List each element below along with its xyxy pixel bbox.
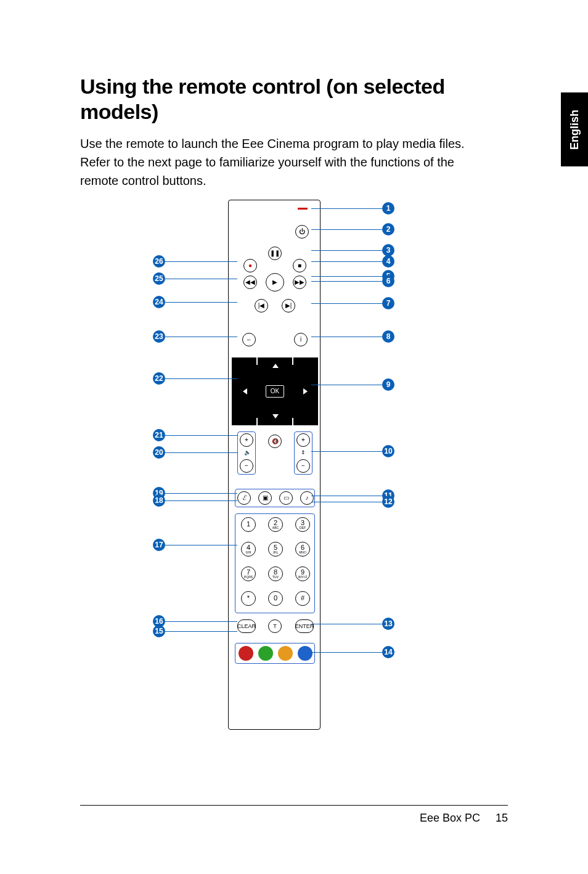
play-button: ▶ — [266, 273, 284, 292]
back-button: ← — [242, 333, 256, 346]
leader-line — [311, 208, 382, 209]
rewind-button: ◀◀ — [243, 276, 257, 289]
leader-line — [311, 385, 382, 385]
callout-2: 2 — [382, 223, 394, 235]
leader-line — [165, 452, 237, 453]
leader-line — [311, 276, 382, 277]
keypad-2: 2ABC — [268, 517, 283, 532]
callout-21: 21 — [153, 429, 165, 441]
leader-line — [165, 261, 237, 262]
leader-line — [165, 302, 237, 303]
red-button — [239, 646, 253, 661]
info-button: i — [294, 333, 308, 346]
keypad-6: 6MNO — [295, 542, 310, 557]
eee-button: ℰ — [237, 491, 251, 505]
remote-body: ⏻ ❚❚ ● ■ ▶ ◀◀ ▶▶ |◀ ▶| ← i OK — [228, 200, 321, 730]
navigation-pad: OK — [232, 357, 318, 425]
ok-button: OK — [266, 385, 284, 398]
callout-15: 15 — [153, 625, 165, 637]
callout-3: 3 — [382, 244, 394, 256]
page-footer: Eee Box PC 15 — [80, 805, 508, 825]
callout-8: 8 — [382, 330, 394, 343]
callout-9: 9 — [382, 378, 394, 391]
leader-line — [311, 303, 382, 304]
record-button: ● — [243, 259, 257, 272]
up-arrow-icon — [272, 364, 279, 368]
keypad-7: 7PQRS — [241, 566, 256, 581]
volume-down-button: − — [240, 459, 253, 473]
leader-line — [165, 621, 237, 622]
fastforward-button: ▶▶ — [293, 276, 306, 289]
callout-12: 12 — [382, 496, 394, 508]
pause-button: ❚❚ — [268, 247, 282, 260]
callout-10: 10 — [382, 445, 394, 457]
leader-line — [311, 652, 382, 653]
photo-button: ▣ — [258, 491, 272, 505]
keypad-5: 5JKL — [268, 542, 283, 557]
callout-7: 7 — [382, 297, 394, 309]
mute-button: 🔇 — [268, 435, 282, 448]
callout-4: 4 — [382, 255, 394, 268]
page-number: 15 — [496, 812, 508, 824]
volume-icon: 🔈 — [244, 449, 251, 455]
leader-line — [165, 493, 237, 494]
language-tab: English — [561, 92, 588, 166]
leader-line — [165, 378, 237, 379]
keypad-#: # — [295, 591, 310, 606]
enter-button: ENTER — [295, 619, 314, 633]
language-tab-label: English — [568, 109, 581, 149]
keypad-8: 8TUV — [268, 566, 283, 581]
teletext-button: T — [268, 619, 282, 633]
callout-23: 23 — [153, 330, 165, 343]
leader-line — [165, 631, 237, 632]
channel-down-button: − — [296, 459, 310, 473]
channel-up-button: + — [296, 433, 310, 447]
keypad-9: 9WXYZ — [295, 566, 310, 581]
video-button: ▭ — [279, 491, 293, 505]
power-button: ⏻ — [295, 225, 309, 239]
keypad-4: 4GHI — [241, 542, 256, 557]
callout-18: 18 — [153, 494, 165, 507]
leader-line — [311, 229, 382, 230]
callout-17: 17 — [153, 539, 165, 551]
leader-line — [165, 279, 237, 279]
next-button: ▶| — [282, 299, 295, 312]
channel-icon: ⇕ — [301, 449, 306, 455]
green-button — [258, 646, 273, 661]
remote-figure: ⏻ ❚❚ ● ■ ▶ ◀◀ ▶▶ |◀ ▶| ← i OK — [80, 200, 512, 742]
clear-button: CLEAR — [237, 619, 256, 633]
callout-14: 14 — [382, 646, 394, 658]
leader-line — [165, 500, 237, 501]
leader-line — [311, 250, 382, 251]
down-arrow-icon — [272, 414, 279, 419]
leader-line — [311, 502, 382, 502]
callout-6: 6 — [382, 275, 394, 287]
page-title: Using the remote control (on selected mo… — [80, 74, 508, 125]
callout-13: 13 — [382, 618, 394, 630]
keypad-3: 3DEF — [295, 517, 310, 532]
music-button: ♪ — [300, 491, 314, 505]
left-arrow-icon — [243, 388, 247, 394]
leader-line — [311, 624, 382, 624]
callout-26: 26 — [153, 255, 165, 268]
callout-25: 25 — [153, 272, 165, 285]
leader-line — [311, 281, 382, 282]
leader-line — [165, 435, 237, 436]
yellow-button — [278, 646, 293, 661]
keypad-*: * — [241, 591, 256, 606]
leader-line — [311, 261, 382, 262]
intro-text: Use the remote to launch the Eee Cinema … — [80, 134, 475, 190]
leader-line — [311, 496, 382, 496]
leader-line — [165, 545, 237, 545]
stop-button: ■ — [293, 259, 306, 272]
leader-line — [165, 337, 237, 337]
volume-up-button: + — [240, 433, 253, 447]
ir-led — [298, 208, 308, 210]
right-arrow-icon — [303, 388, 308, 394]
leader-line — [311, 337, 382, 337]
blue-button — [298, 646, 312, 661]
callout-1: 1 — [382, 202, 394, 214]
footer-text: Eee Box PC — [420, 812, 480, 824]
keypad-0: 0 — [268, 591, 283, 606]
leader-line — [311, 451, 382, 452]
